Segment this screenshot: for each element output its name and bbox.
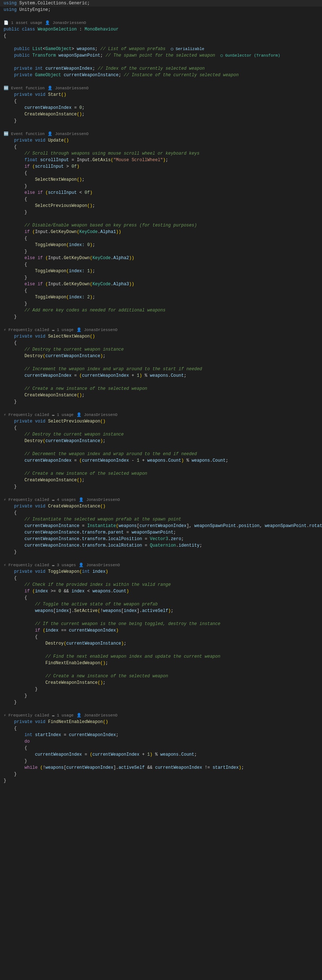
line-selectnext-method: private void SelectNextWeapon() — [0, 333, 322, 340]
line-scroll-input: float scrollInput = Input.GetAxis("Mouse… — [0, 157, 322, 163]
line-spawnpoint-field: public Transform weaponSpawnPoint; // Th… — [0, 52, 322, 59]
line-toggle-comment5: // Create a new instance of the selected… — [0, 673, 322, 679]
line-toggle-comment3: // If the current weapon is the one bein… — [0, 620, 322, 627]
line-blank — [0, 13, 322, 20]
line-selectprev-destroy: Destroy(currentWeaponInstance); — [0, 438, 322, 444]
codelens-update: 🆕 Event function 👤 JonasDriessenO — [0, 130, 322, 137]
line-selectnext-comment2: // Increment the weapon index and wrap a… — [0, 366, 322, 372]
line-else-alpha3: else if (Input.GetKeyDown(KeyCode.Alpha3… — [0, 281, 322, 288]
line-toggle-comment4: // Find the next enabled weapon index an… — [0, 653, 322, 660]
line-blank17 — [0, 667, 322, 673]
line-blank16 — [0, 647, 322, 653]
line-toggle-comment1: // Check if the provided index is within… — [0, 581, 322, 588]
line-else-scroll: else if (scrollInput < 0f) — [0, 189, 322, 196]
line-createweapon-close: } — [0, 549, 322, 555]
line-alpha1-close: } — [0, 248, 322, 255]
codelens-createweapon: ⚡ Frequently called ▬ 4 usages 👤 JonasDr… — [0, 496, 322, 503]
line-selectnext-increment: currentWeaponIndex = (currentWeaponIndex… — [0, 372, 322, 379]
line-findnext-close: } — [0, 771, 322, 778]
line-if-alpha1: if (Input.GetKeyDown(KeyCode.Alpha1)) — [0, 229, 322, 235]
line-findnext-while: while (!weapons[currentWeaponIndex].acti… — [0, 764, 322, 771]
codelens-asset: 📄 1 asset usage 👤 JonasDriessenO — [0, 20, 322, 26]
codelens-selectprev: ⚡ Frequently called ▬ 1 usage 👤 JonasDri… — [0, 412, 322, 418]
line-start-brace: { — [0, 98, 322, 105]
line-start-close: } — [0, 118, 322, 124]
line-selectnext-close: } — [0, 399, 322, 405]
line-toggle-1: ToggleWeapon(index: 1); — [0, 268, 322, 274]
line-selectprev-create: CreateWeaponInstance(); — [0, 477, 322, 484]
line-findnext-startindex: int startIndex = currentWeaponIndex; — [0, 732, 322, 738]
line-selectnext-create: CreateWeaponInstance(); — [0, 392, 322, 399]
line-createweapon-brace: { — [0, 510, 322, 516]
line-blank4 — [0, 78, 322, 85]
line-createweapon-method: private void CreateWeaponInstance() — [0, 503, 322, 510]
line-selectnext-comment3: // Create a new instance of the selected… — [0, 385, 322, 392]
line-alpha2-brace: { — [0, 261, 322, 268]
line-blank13 — [0, 490, 322, 496]
line-1: using System.Collections.Generic; — [0, 0, 322, 6]
line-selectprev-comment1: // Destroy the current weapon instance — [0, 431, 322, 438]
line-toggle-0: ToggleWeapon(index: 0); — [0, 242, 322, 248]
line-start-create: CreateWeaponInstance(); — [0, 111, 322, 118]
line-alpha3-brace: { — [0, 288, 322, 294]
line-toggle-current-close: } — [0, 686, 322, 692]
line-findnext-do-close: } — [0, 758, 322, 764]
line-brace-open: { — [0, 33, 322, 39]
line-toggle-method: private void ToggleWeapon(int index) — [0, 568, 322, 575]
line-start-index: currentWeaponIndex = 0; — [0, 105, 322, 111]
line-findnext-do: do — [0, 738, 322, 745]
line-else-scroll-brace: { — [0, 196, 322, 202]
line-findnext-method: private void FindNextEnabledWeapon() — [0, 719, 322, 725]
line-class-close: } — [0, 778, 322, 784]
line-selectnext-comment1: // Destroy the current weapon instance — [0, 346, 322, 353]
line-createweapon-localrot: currentWeaponInstance.transform.localRot… — [0, 542, 322, 549]
line-toggle-range-brace: { — [0, 595, 322, 601]
line-start-method: private void Start() — [0, 91, 322, 98]
line-selectprev-comment2: // Decrement the weapon index and wrap a… — [0, 451, 322, 457]
line-if-scroll-brace: { — [0, 170, 322, 177]
codelens-toggle: ⚡ Frequently called ▬ 3 usages 👤 JonasDr… — [0, 562, 322, 568]
line-blank9 — [0, 379, 322, 385]
line-findnext-increment: currentWeaponIndex = (currentWeaponIndex… — [0, 751, 322, 758]
line-toggle-close: } — [0, 699, 322, 706]
line-blank15 — [0, 614, 322, 620]
line-blank18 — [0, 706, 322, 712]
line-createweapon-comment1: // Instantiate the selected weapon prefa… — [0, 516, 322, 523]
line-alpha3-close: } — [0, 301, 322, 307]
line-weapons-field: public List<GameObject> weapons; // List… — [0, 46, 322, 52]
line-comment-more-keys: // Add more key codes as needed for addi… — [0, 307, 322, 313]
line-comment-disable: // Disable/Enable weapon based on key pr… — [0, 222, 322, 229]
line-toggle-if-range: if (index >= 0 && index < weapons.Count) — [0, 588, 322, 595]
line-alpha1-brace: { — [0, 235, 322, 242]
line-selectprev-comment3: // Create a new instance of the selected… — [0, 470, 322, 477]
line-class: public class WeaponSelection : MonoBehav… — [0, 26, 322, 33]
line-update-method: private void Update() — [0, 137, 322, 144]
line-createweapon-instantiate: currentWeaponInstance = Instantiate(weap… — [0, 523, 322, 529]
code-editor: using System.Collections.Generic; using … — [0, 0, 322, 784]
line-else-scroll-close: } — [0, 209, 322, 216]
codelens-findnext: ⚡ Frequently called ▬ 1 usage 👤 JonasDri… — [0, 712, 322, 719]
line-toggle-setactive: weapons[index].SetActive(!weapons[index]… — [0, 608, 322, 614]
line-alpha2-close: } — [0, 274, 322, 281]
line-select-next: SelectNextWeapon(); — [0, 177, 322, 183]
line-toggle-if-current: if (index == currentWeaponIndex) — [0, 627, 322, 634]
line-blank11 — [0, 444, 322, 451]
line-selectnext-brace: { — [0, 340, 322, 346]
line-select-prev: SelectPreviousWeapon(); — [0, 202, 322, 209]
line-blank10 — [0, 405, 322, 412]
line-createweapon-localpos: currentWeaponInstance.transform.localPos… — [0, 536, 322, 542]
line-2: using UnityEngine; — [0, 6, 322, 13]
line-blank7 — [0, 320, 322, 327]
line-update-close: } — [0, 313, 322, 320]
line-blank3 — [0, 59, 322, 65]
line-toggle-create: CreateWeaponInstance(); — [0, 679, 322, 686]
line-toggle-comment2: // Toggle the active state of the weapon… — [0, 601, 322, 608]
line-else-alpha2: else if (Input.GetKeyDown(KeyCode.Alpha2… — [0, 255, 322, 261]
line-findnext-do-brace: { — [0, 745, 322, 751]
line-blank2 — [0, 39, 322, 46]
line-findnext-brace: { — [0, 725, 322, 732]
line-toggle-current-brace: { — [0, 634, 322, 640]
codelens-start: 🆕 Event function 👤 JonasDriessenO — [0, 85, 322, 91]
line-blank12 — [0, 464, 322, 470]
line-if-scroll-close: } — [0, 183, 322, 189]
